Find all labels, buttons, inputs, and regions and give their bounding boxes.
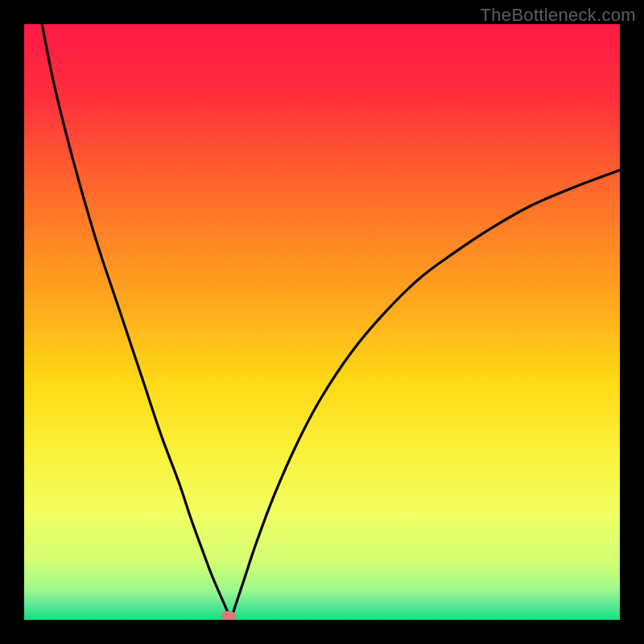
watermark-text: TheBottleneck.com	[481, 5, 636, 26]
chart-svg	[24, 24, 620, 620]
gradient-bg	[24, 24, 620, 620]
plot-area	[24, 24, 620, 620]
chart-frame: TheBottleneck.com	[0, 0, 644, 644]
minimum-marker	[221, 611, 236, 620]
